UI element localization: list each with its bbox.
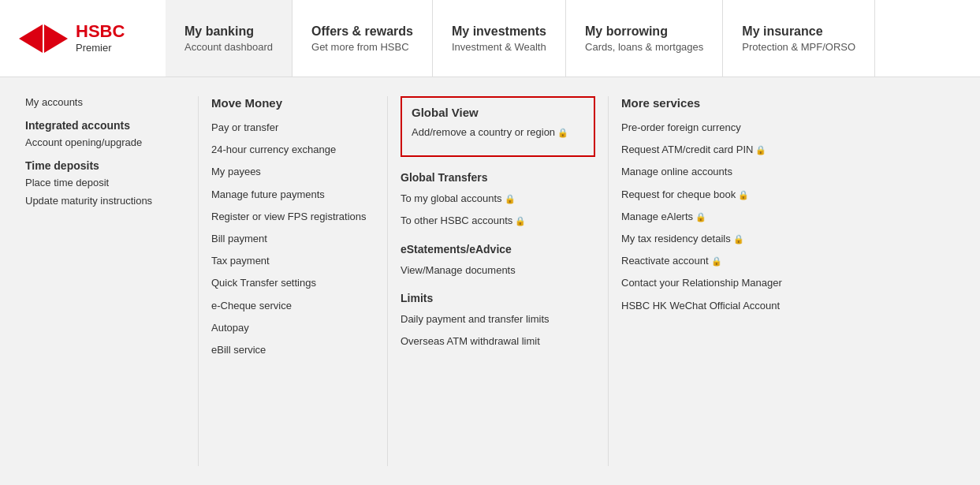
nav-item-investments-subtitle: Investment & Wealth [452, 41, 546, 53]
fps-registrations-link[interactable]: Register or view FPS registrations [211, 210, 374, 224]
move-money-title: Move Money [211, 96, 374, 110]
nav-item-my-banking[interactable]: My banking Account dashboard [166, 0, 293, 76]
nav-item-offers-subtitle: Get more from HSBC [311, 41, 413, 53]
place-time-deposit-link[interactable]: Place time deposit [25, 177, 185, 188]
limits-title: Limits [401, 292, 595, 304]
diamond-right-icon [44, 24, 68, 53]
currency-exchange-link[interactable]: 24-hour currency exchange [211, 143, 374, 157]
account-opening-link[interactable]: Account opening/upgrade [25, 136, 185, 148]
nav-item-insurance-title: My insurance [742, 24, 855, 39]
integrated-accounts-heading: Integrated accounts [25, 119, 185, 132]
overseas-atm-link[interactable]: Overseas ATM withdrawal limit [401, 334, 595, 349]
logo-premier: Premier [76, 42, 125, 54]
to-other-hsbc-accounts-link[interactable]: To other HSBC accounts [401, 214, 595, 228]
nav-item-investments[interactable]: My investments Investment & Wealth [433, 0, 566, 76]
global-view-box: Global View Add/remove a country or regi… [401, 96, 595, 157]
manage-online-accounts-link[interactable]: Manage online accounts [621, 165, 801, 179]
nav-item-investments-title: My investments [452, 24, 546, 39]
pre-order-currency-link[interactable]: Pre-order foreign currency [621, 121, 801, 135]
manage-ealerts-link[interactable]: Manage eAlerts [621, 210, 801, 224]
tax-residency-link[interactable]: My tax residency details [621, 232, 801, 246]
col-more-services: More services Pre-order foreign currency… [609, 96, 814, 466]
nav-item-my-banking-subtitle: Account dashboard [184, 41, 273, 53]
daily-payment-limits-link[interactable]: Daily payment and transfer limits [401, 312, 595, 326]
estatements-title: eStatements/eAdvice [401, 243, 595, 256]
nav-item-offers-title: Offers & rewards [311, 24, 413, 39]
nav-item-insurance-subtitle: Protection & MPF/ORSO [742, 41, 855, 53]
dropdown-panel: My accounts Integrated accounts Account … [0, 77, 980, 485]
global-transfers-title: Global Transfers [401, 171, 595, 184]
to-my-global-accounts-link[interactable]: To my global accounts [401, 192, 595, 206]
nav-item-my-banking-title: My banking [184, 24, 273, 39]
my-accounts-link[interactable]: My accounts [25, 96, 185, 108]
more-services-title: More services [621, 96, 801, 110]
echeque-link[interactable]: e-Cheque service [211, 299, 374, 313]
tax-payment-link[interactable]: Tax payment [211, 254, 374, 268]
quick-transfer-link[interactable]: Quick Transfer settings [211, 276, 374, 290]
time-deposits-heading: Time deposits [25, 159, 185, 172]
request-cheque-book-link[interactable]: Request for cheque book [621, 188, 801, 202]
update-maturity-link[interactable]: Update maturity instructions [25, 195, 185, 207]
logo-area: HSBC Premier [0, 0, 166, 76]
pay-or-transfer-link[interactable]: Pay or transfer [211, 121, 374, 135]
col-move-money: Move Money Pay or transfer 24-hour curre… [199, 96, 388, 466]
contact-rm-link[interactable]: Contact your Relationship Manager [621, 276, 801, 290]
col-global: Global View Add/remove a country or regi… [388, 96, 609, 466]
logo-text-block: HSBC Premier [76, 23, 125, 54]
my-payees-link[interactable]: My payees [211, 165, 374, 179]
nav-item-insurance[interactable]: My insurance Protection & MPF/ORSO [723, 0, 875, 76]
autopay-link[interactable]: Autopay [211, 321, 374, 335]
ebill-link[interactable]: eBill service [211, 343, 374, 357]
nav-bar: HSBC Premier My banking Account dashboar… [0, 0, 980, 77]
nav-item-offers[interactable]: Offers & rewards Get more from HSBC [293, 0, 433, 76]
nav-item-borrowing-title: My borrowing [585, 24, 703, 39]
wechat-link[interactable]: HSBC HK WeChat Official Account [621, 299, 801, 313]
col-accounts: My accounts Integrated accounts Account … [25, 96, 199, 466]
nav-item-borrowing-subtitle: Cards, loans & mortgages [585, 41, 703, 53]
diamond-left-icon [19, 24, 43, 53]
logo-diamond [19, 24, 68, 53]
logo-hsbc: HSBC [76, 23, 125, 40]
view-manage-documents-link[interactable]: View/Manage documents [401, 263, 595, 278]
add-remove-country-link[interactable]: Add/remove a country or region [412, 125, 584, 140]
global-view-title: Global View [412, 106, 584, 119]
manage-future-payments-link[interactable]: Manage future payments [211, 188, 374, 202]
bill-payment-link[interactable]: Bill payment [211, 232, 374, 246]
nav-items: My banking Account dashboard Offers & re… [166, 0, 980, 76]
nav-item-borrowing[interactable]: My borrowing Cards, loans & mortgages [566, 0, 723, 76]
reactivate-account-link[interactable]: Reactivate account [621, 254, 801, 268]
request-atm-pin-link[interactable]: Request ATM/credit card PIN [621, 143, 801, 157]
